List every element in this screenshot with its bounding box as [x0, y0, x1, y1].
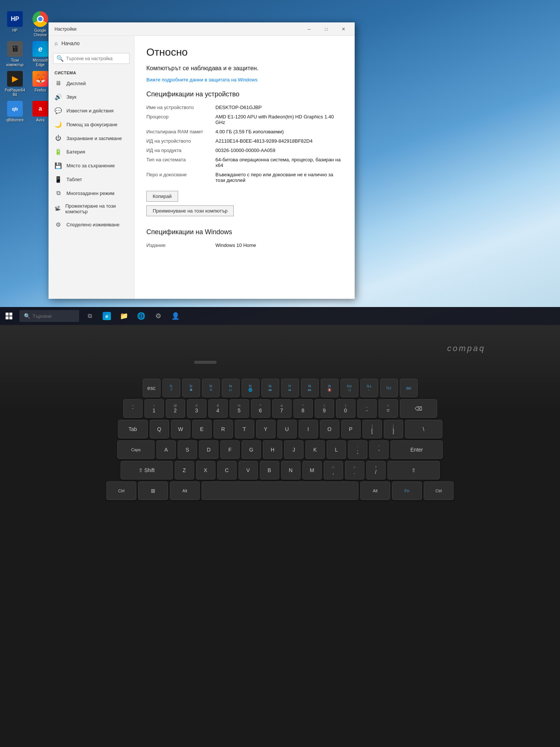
desktop-icon-computer[interactable]: 🖥 Тозикомпютър: [4, 41, 26, 67]
key-equals[interactable]: +=: [379, 399, 398, 418]
key-x[interactable]: X: [196, 461, 215, 480]
taskbar-user-icon[interactable]: 👤: [168, 309, 183, 323]
key-f8[interactable]: f8⏭: [301, 379, 319, 397]
taskbar-explorer-icon[interactable]: 📁: [116, 309, 131, 323]
key-del[interactable]: del: [400, 379, 418, 397]
key-z[interactable]: Z: [175, 461, 194, 480]
key-f2[interactable]: f2✱: [182, 379, 200, 397]
sidebar-item-storage[interactable]: 💾 Място за съхранение: [49, 159, 134, 173]
key-d[interactable]: D: [199, 440, 218, 459]
key-4[interactable]: $4: [208, 399, 228, 418]
key-win[interactable]: ⊞: [138, 481, 168, 500]
key-m[interactable]: M: [302, 461, 322, 480]
desktop-icon-hp[interactable]: HP HP: [4, 11, 26, 37]
key-o[interactable]: O: [320, 420, 339, 438]
key-enter[interactable]: Enter: [391, 440, 443, 459]
windows-security-link[interactable]: Вижте подробните данни в защитата на Win…: [146, 77, 258, 83]
rename-button[interactable]: Преименуване на този компютър: [146, 205, 234, 216]
key-e[interactable]: E: [192, 420, 212, 438]
key-v[interactable]: V: [239, 461, 258, 480]
key-b[interactable]: B: [260, 461, 279, 480]
key-s[interactable]: S: [178, 440, 197, 459]
taskbar-edge-icon[interactable]: e: [99, 309, 114, 323]
key-right-alt[interactable]: Alt: [360, 481, 390, 500]
key-backtick[interactable]: ~`: [123, 399, 143, 418]
key-left-shift[interactable]: ⇧ Shift: [121, 461, 173, 480]
sidebar-item-sound[interactable]: 🔊 Звук: [49, 90, 134, 104]
key-f4[interactable]: f4▭: [222, 379, 240, 397]
key-f7[interactable]: f7⏯: [281, 379, 299, 397]
key-f[interactable]: F: [220, 440, 240, 459]
key-left-alt[interactable]: Alt: [170, 481, 200, 500]
key-minus[interactable]: _-: [357, 399, 377, 418]
taskbar-settings-icon[interactable]: ⚙: [151, 309, 166, 323]
sidebar-item-multitask[interactable]: ⧉ Многозадачен режим: [49, 186, 134, 200]
sidebar-item-tablet[interactable]: 📱 Таблет: [49, 173, 134, 186]
key-fn[interactable]: Fn: [392, 481, 422, 500]
sidebar-item-project[interactable]: 📽 Прожектиране на този компютър: [49, 200, 134, 218]
key-p[interactable]: P: [341, 420, 361, 438]
desktop-icon-firefox[interactable]: 🦊 Firefox: [29, 71, 52, 97]
sidebar-item-battery[interactable]: 🔋 Батерия: [49, 145, 134, 159]
key-y[interactable]: Y: [256, 420, 276, 438]
key-period[interactable]: >.: [345, 461, 364, 480]
key-t[interactable]: T: [235, 420, 254, 438]
key-0[interactable]: )0: [336, 399, 355, 418]
key-u[interactable]: U: [277, 420, 297, 438]
key-lbracket[interactable]: {[: [363, 420, 382, 438]
sidebar-search-input[interactable]: [66, 56, 118, 61]
key-a[interactable]: A: [156, 440, 176, 459]
key-semicolon[interactable]: :;: [348, 440, 367, 459]
key-right-ctrl[interactable]: Ctrl: [424, 481, 454, 500]
key-f6[interactable]: f6⏮: [261, 379, 279, 397]
sidebar-home[interactable]: ⌂ Начало: [49, 36, 134, 51]
key-backslash[interactable]: \: [405, 420, 442, 438]
taskbar-search-input[interactable]: [32, 313, 70, 319]
desktop-icon-avira[interactable]: a Avira: [29, 101, 52, 123]
key-n[interactable]: N: [281, 461, 301, 480]
key-k[interactable]: K: [305, 440, 325, 459]
desktop-icon-chrome[interactable]: GoogleChrome: [29, 11, 52, 37]
key-f9[interactable]: f9🔇: [321, 379, 339, 397]
key-h[interactable]: H: [263, 440, 282, 459]
sidebar-search-box[interactable]: 🔍: [53, 53, 130, 64]
key-g[interactable]: G: [242, 440, 261, 459]
taskbar-view-icon[interactable]: ⧉: [82, 309, 97, 323]
sidebar-item-notifications[interactable]: 💬 Известия и действия: [49, 104, 134, 118]
copy-button[interactable]: Копирай: [146, 191, 178, 202]
sidebar-item-focus[interactable]: 🌙 Помощ за фокусиране: [49, 118, 134, 131]
key-5[interactable]: %5: [230, 399, 249, 418]
key-tab[interactable]: Tab: [118, 420, 148, 438]
key-rbracket[interactable]: }]: [384, 420, 403, 438]
start-button[interactable]: [0, 307, 18, 325]
desktop-icon-edge[interactable]: e MicrosoftEdge: [29, 41, 52, 67]
key-c[interactable]: C: [217, 461, 237, 480]
key-3[interactable]: #3: [187, 399, 206, 418]
close-button[interactable]: ✕: [335, 23, 352, 35]
key-f5[interactable]: f5🌐: [242, 379, 259, 397]
key-f1[interactable]: f1?: [162, 379, 180, 397]
key-left-ctrl[interactable]: Ctrl: [106, 481, 136, 500]
sidebar-item-display[interactable]: 🖥 Дисплей: [49, 77, 134, 90]
key-slash[interactable]: ?/: [366, 461, 386, 480]
key-f12[interactable]: f12: [380, 379, 398, 397]
key-8[interactable]: *8: [293, 399, 313, 418]
desktop-icon-qbittorrent[interactable]: qb qBittorrent: [4, 101, 26, 123]
key-r[interactable]: R: [214, 420, 233, 438]
key-f11[interactable]: f11←: [360, 379, 378, 397]
desktop-icon-potplayer[interactable]: ▶ PotPlayer64Bit: [4, 71, 26, 97]
key-backspace[interactable]: ⌫: [400, 399, 437, 418]
key-f10[interactable]: f10◁: [340, 379, 358, 397]
minimize-button[interactable]: ─: [301, 23, 317, 35]
taskbar-browser-icon[interactable]: 🌐: [134, 309, 149, 323]
key-esc[interactable]: esc: [143, 379, 161, 397]
key-f3[interactable]: f3☀: [202, 379, 220, 397]
key-l[interactable]: L: [327, 440, 346, 459]
key-q[interactable]: Q: [150, 420, 169, 438]
key-6[interactable]: ^6: [251, 399, 270, 418]
key-1[interactable]: !1: [144, 399, 164, 418]
sidebar-item-shared[interactable]: ⚙ Споделено изживяване: [49, 218, 134, 232]
key-w[interactable]: W: [171, 420, 190, 438]
key-i[interactable]: I: [299, 420, 318, 438]
key-comma[interactable]: <,: [324, 461, 343, 480]
